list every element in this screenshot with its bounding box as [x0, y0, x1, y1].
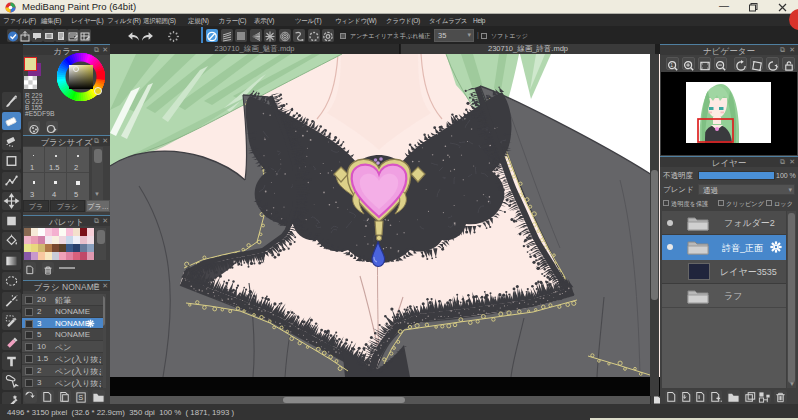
svg-text:1: 1 — [670, 62, 673, 68]
svg-text:S: S — [78, 393, 83, 402]
